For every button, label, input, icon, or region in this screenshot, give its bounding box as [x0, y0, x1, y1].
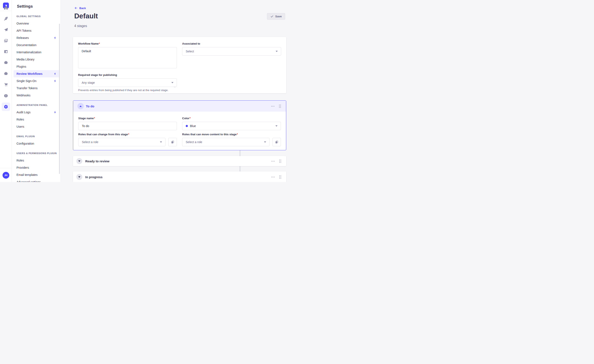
workflow-name-wrapper: Default [78, 46, 177, 69]
copy-icon [275, 140, 279, 144]
chevron-down-icon [78, 176, 80, 178]
section-users-permissions-plugin: USERS & PERMISSIONS PLUGIN [14, 152, 59, 155]
sidebar-item-review-workflows[interactable]: Review Workflows [14, 70, 59, 77]
layout-icon [4, 49, 8, 54]
sidebar-nav-list: GLOBAL SETTINGS Overview API Tokens Rele… [14, 15, 59, 182]
stage-menu-button[interactable] [271, 175, 275, 179]
sidebar-item-webhooks[interactable]: Webhooks [14, 92, 59, 99]
drag-handle[interactable] [278, 159, 282, 164]
stage-connector [239, 166, 241, 172]
rail-releases-button[interactable] [2, 26, 10, 34]
drag-handle[interactable] [278, 175, 282, 179]
required-stage-label: Required stage for publishing [78, 73, 177, 77]
rail-plugins-button[interactable] [2, 58, 10, 67]
sidebar-item-single-sign-on[interactable]: Single Sign-On [14, 77, 59, 85]
page-subtitle: 4 stages [74, 24, 87, 28]
stage-todo-header[interactable]: To do [73, 101, 286, 112]
roles-to-label: Roles that can move content to this stag… [182, 133, 281, 136]
lightning-icon [54, 111, 57, 114]
sidebar-item-admin-roles[interactable]: Roles [14, 116, 59, 123]
stage-title: Ready to review [85, 159, 109, 163]
puzzle-icon [4, 60, 8, 65]
paper-plane-icon [4, 27, 8, 32]
expand-button[interactable] [76, 174, 82, 180]
required-asterisk: * [99, 42, 100, 45]
section-global-settings: GLOBAL SETTINGS [14, 15, 59, 18]
rail-purchase-button[interactable] [2, 80, 10, 89]
page-title: Default [74, 12, 98, 20]
rail-content-manager-button[interactable] [2, 47, 10, 56]
collapse-button[interactable] [77, 103, 84, 109]
associated-to-label: Associated to [182, 42, 281, 46]
sidebar-item-internationalization[interactable]: Internationalization [14, 49, 59, 56]
sidebar-item-plugins[interactable]: Plugins [14, 63, 59, 70]
roles-to-select[interactable]: Select a role [182, 138, 270, 146]
sidebar-item-releases[interactable]: Releases [14, 34, 59, 41]
stage-todo-body: Stage name* Color* Blue Roles that can c… [73, 112, 286, 146]
sidebar-item-transfer-tokens[interactable]: Transfer Tokens [14, 85, 59, 92]
rail-information-button[interactable] [2, 92, 10, 100]
sidebar-item-overview[interactable]: Overview [14, 20, 59, 27]
stage-connector [239, 150, 241, 156]
lightning-icon [54, 79, 57, 83]
copy-icon [171, 140, 175, 144]
workflow-name-label: Workflow Name* [78, 42, 177, 46]
puzzle-icon [4, 71, 8, 76]
rail-settings-button[interactable] [2, 103, 10, 111]
info-icon [4, 93, 8, 98]
section-email-plugin: EMAIL PLUGIN [14, 135, 59, 138]
sidebar-item-email-configuration[interactable]: Configuration [14, 140, 59, 147]
drag-handle[interactable] [278, 104, 282, 109]
color-dot-blue [186, 125, 188, 127]
chevron-down-icon [276, 51, 278, 52]
chevron-down-icon [171, 82, 174, 83]
stage-card-todo: To do Stage name* Color* Blue [73, 100, 286, 150]
roles-from-select[interactable]: Select a role [78, 138, 165, 146]
expand-button[interactable] [76, 158, 82, 164]
color-select[interactable]: Blue [182, 122, 281, 130]
save-button[interactable]: Save [267, 13, 285, 20]
sidebar-item-api-tokens[interactable]: API Tokens [14, 27, 59, 34]
sidebar-item-documentation[interactable]: Documentation [14, 41, 59, 49]
rail-home-button[interactable] [2, 4, 10, 12]
rail-content-type-builder-button[interactable] [2, 14, 10, 23]
sidebar-item-up-providers[interactable]: Providers [14, 164, 59, 171]
chevron-down-icon [160, 141, 162, 143]
roles-from-label: Roles that can change from this stage* [78, 133, 177, 136]
workflow-name-textarea[interactable]: Default [78, 47, 177, 68]
sidebar-item-up-email-templates[interactable]: Email templates [14, 171, 59, 179]
section-administration-panel: ADMINISTRATION PANEL [14, 104, 59, 106]
lightning-icon [54, 72, 57, 75]
chevron-up-icon [80, 106, 82, 107]
sidebar-item-admin-users[interactable]: Users [14, 123, 59, 130]
stage-menu-button[interactable] [271, 105, 275, 108]
stage-menu-button[interactable] [271, 159, 275, 163]
back-link[interactable]: Back [74, 6, 86, 10]
stage-name-input[interactable] [78, 122, 177, 130]
arrow-left-icon [74, 6, 78, 10]
user-avatar[interactable]: JH [3, 172, 9, 179]
duplicate-roles-from-button[interactable] [168, 138, 177, 146]
sidebar-scrollbar[interactable] [59, 24, 60, 174]
sidebar-item-up-advanced-settings[interactable]: Advanced settings [14, 179, 59, 182]
sidebar-item-audit-logs[interactable]: Audit Logs [14, 109, 59, 116]
required-stage-helper: Prevents entries from being published if… [78, 89, 177, 92]
chevron-down-icon [264, 141, 266, 143]
rail-media-library-button[interactable] [2, 37, 10, 45]
feather-icon [4, 16, 8, 21]
workflow-settings-card: Workflow Name* Default Required stage fo… [73, 37, 286, 93]
required-asterisk: * [189, 117, 191, 120]
required-stage-select[interactable]: Any stage [78, 79, 177, 87]
main-content: Back Default 4 stages Save Workflow Name… [61, 0, 297, 182]
check-icon [270, 15, 274, 18]
stage-card-in-progress[interactable]: In progress [73, 172, 286, 182]
sidebar-item-up-roles[interactable]: Roles [14, 157, 59, 164]
stage-name-label: Stage name* [78, 117, 177, 120]
sidebar-item-media-library[interactable]: Media Library [14, 56, 59, 63]
stage-title: In progress [85, 175, 103, 179]
duplicate-roles-to-button[interactable] [272, 138, 281, 146]
associated-to-select[interactable]: Select [182, 47, 281, 56]
stage-title: To do [86, 104, 94, 108]
stage-card-ready-to-review[interactable]: Ready to review [73, 156, 286, 166]
rail-marketplace-button[interactable] [2, 69, 10, 78]
